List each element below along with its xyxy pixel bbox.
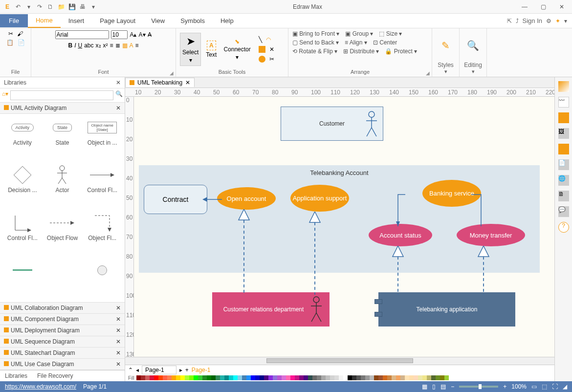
format-painter-icon[interactable]: 🖌 — [17, 30, 23, 37]
sign-in-link[interactable]: Sign In — [523, 17, 542, 24]
color-swatch[interactable] — [330, 375, 334, 380]
status-url[interactable]: https://www.edrawsoft.com/ — [5, 383, 76, 390]
app-menu-icon[interactable]: ✦ — [555, 18, 560, 24]
color-swatch[interactable] — [436, 375, 440, 380]
file-menu-button[interactable]: File — [0, 14, 28, 27]
color-swatch[interactable] — [158, 375, 163, 380]
shape-control-flow[interactable]: Control Fl... — [84, 165, 121, 210]
help-tool-icon[interactable]: ? — [558, 222, 569, 233]
color-swatch[interactable] — [141, 375, 145, 380]
color-swatch[interactable] — [255, 375, 260, 380]
color-swatch[interactable] — [207, 375, 211, 380]
line-shape-icon[interactable]: ╲ — [259, 36, 262, 43]
color-swatch[interactable] — [229, 375, 233, 380]
color-swatch[interactable] — [268, 375, 273, 380]
shape-activity[interactable]: ActivityActivity — [4, 118, 41, 162]
color-swatch[interactable] — [334, 375, 339, 380]
drawing-canvas[interactable]: Customer Telebanking Account Contract Op… — [134, 97, 554, 357]
node-customer-relations[interactable]: Customer relations department — [212, 292, 330, 327]
crop-icon[interactable]: ✂ — [269, 56, 274, 63]
align-text-icon[interactable]: ≡ — [135, 42, 139, 49]
doc-tool-icon[interactable]: 🗎 — [558, 191, 569, 201]
color-swatch[interactable] — [405, 375, 409, 380]
settings-icon[interactable]: ⚙ — [546, 18, 551, 24]
color-swatch[interactable] — [339, 375, 343, 380]
editing-button[interactable]: 🔍 — [465, 39, 481, 52]
fit-page-icon[interactable]: ▭ — [531, 383, 537, 390]
library-section[interactable]: UML Sequence Diagram✕ — [0, 336, 125, 348]
color-swatch[interactable] — [299, 375, 304, 380]
home-icon[interactable]: ⌂▾ — [2, 90, 8, 100]
export-icon[interactable]: ⇱ — [507, 18, 512, 24]
library-section[interactable]: UML Statechart Diagram✕ — [0, 348, 125, 359]
color-swatch[interactable] — [167, 375, 172, 380]
italic-button[interactable]: I — [74, 42, 76, 49]
add-page-icon[interactable]: + — [185, 367, 189, 373]
subscript-button[interactable]: x₂ — [96, 42, 101, 49]
color-swatch[interactable] — [277, 375, 282, 380]
styles-button[interactable]: ✎ — [440, 39, 452, 52]
node-telebanking-application[interactable]: Telebanking application — [378, 292, 515, 327]
shape-initial-state[interactable] — [84, 261, 121, 298]
maximize-button[interactable]: ▢ — [536, 3, 550, 10]
color-swatch[interactable] — [418, 375, 422, 380]
color-swatch[interactable] — [387, 375, 392, 380]
view-mode-3-icon[interactable]: ▤ — [440, 383, 446, 390]
fill-tool-icon[interactable] — [558, 81, 569, 92]
color-swatch[interactable] — [172, 375, 176, 380]
increase-font-icon[interactable]: A▴ — [130, 31, 136, 38]
shape-state[interactable]: StateState — [44, 118, 81, 162]
color-swatch[interactable] — [440, 375, 444, 380]
node-account-status[interactable]: Account status — [369, 224, 432, 246]
color-swatch[interactable] — [383, 375, 387, 380]
library-section-active[interactable]: UML Activity Diagram✕ — [0, 103, 125, 114]
node-banking-service[interactable]: Banking service — [422, 180, 481, 207]
color-swatch[interactable] — [400, 375, 405, 380]
center-button[interactable]: ⊡ Center — [373, 39, 397, 46]
shape-object-flow-elbow[interactable]: Object Fl... — [84, 213, 121, 258]
next-page-icon[interactable]: ▸ — [179, 367, 182, 373]
fit-width-icon[interactable]: ⬚ — [542, 383, 547, 390]
tab-view[interactable]: View — [143, 14, 173, 27]
save-icon[interactable]: 💾 — [67, 2, 76, 11]
layer-tool-icon[interactable] — [558, 144, 569, 154]
color-swatch[interactable] — [238, 375, 242, 380]
node-application-support[interactable]: Application support — [290, 185, 349, 212]
color-swatch[interactable] — [304, 375, 308, 380]
close-button[interactable]: ✕ — [554, 3, 569, 10]
color-swatch[interactable] — [352, 375, 356, 380]
font-color-icon[interactable]: A — [130, 42, 133, 49]
size-button[interactable]: ⬚ Size ▾ — [379, 30, 402, 37]
color-swatch[interactable] — [365, 375, 370, 380]
qat-dropdown-icon[interactable]: ▾ — [89, 2, 98, 11]
font-dialog-launcher-icon[interactable]: ◢ — [170, 70, 174, 76]
group-button[interactable]: ▣ Group ▾ — [345, 30, 373, 37]
color-swatch[interactable] — [348, 375, 352, 380]
bring-to-front-button[interactable]: ▣ Bring to Front ▾ — [292, 30, 339, 37]
send-to-back-button[interactable]: ▢ Send to Back ▾ — [292, 39, 339, 46]
node-contract[interactable]: Contract — [144, 185, 207, 214]
color-swatch[interactable] — [370, 375, 374, 380]
delete-icon[interactable]: ✕ — [269, 46, 274, 53]
shape-object-in-state[interactable]: Object name [State]Object in ... — [84, 118, 121, 162]
tab-insert[interactable]: Insert — [61, 14, 92, 27]
page-selector[interactable]: Page-1 — [142, 366, 176, 374]
tab-libraries[interactable]: Libraries — [0, 370, 32, 381]
font-size-input[interactable] — [111, 30, 128, 39]
superscript-button[interactable]: x² — [103, 42, 108, 49]
page-tool-icon[interactable]: 📄 — [558, 159, 569, 170]
cut-icon[interactable]: ✂ — [8, 30, 13, 37]
color-swatch[interactable] — [145, 375, 150, 380]
fullscreen-icon[interactable]: ⛶ — [552, 383, 558, 390]
color-swatch[interactable] — [282, 375, 286, 380]
shape-vline[interactable] — [44, 261, 81, 298]
color-swatch[interactable] — [211, 375, 216, 380]
tab-help[interactable]: Help — [213, 14, 242, 27]
arrange-dialog-launcher-icon[interactable]: ◢ — [426, 70, 430, 76]
node-telebanking-account[interactable]: Telebanking Account Contract Open accoun… — [139, 165, 540, 273]
zoom-out-icon[interactable]: − — [451, 383, 454, 390]
color-swatch[interactable] — [216, 375, 220, 380]
paste-icon[interactable]: 📄 — [18, 39, 25, 46]
bullets-icon[interactable]: ≣ — [115, 42, 120, 49]
text-tool-button[interactable]: A Text — [204, 40, 219, 59]
